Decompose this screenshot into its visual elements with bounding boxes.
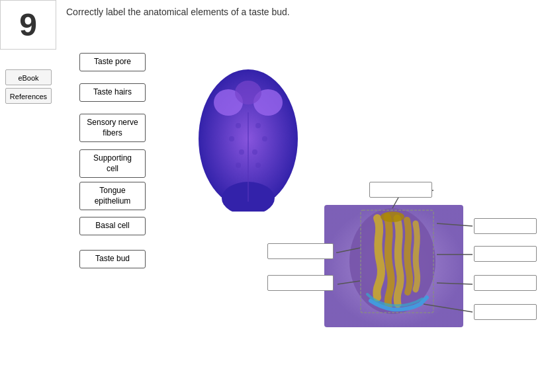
svg-line-22 <box>437 283 473 284</box>
drop-zone-right-4[interactable] <box>474 304 537 320</box>
svg-point-8 <box>229 136 234 141</box>
svg-line-23 <box>424 304 473 312</box>
svg-rect-14 <box>324 205 463 327</box>
references-button[interactable]: References <box>5 88 52 104</box>
question-number: 9 <box>0 0 56 50</box>
svg-point-6 <box>236 123 241 128</box>
question-text: Correctly label the anatomical elements … <box>66 7 290 17</box>
taste-hairs-button[interactable]: Taste hairs <box>79 83 146 102</box>
taste-bud-button[interactable]: Taste bud <box>79 250 146 268</box>
ebook-button[interactable]: eBook <box>5 69 52 85</box>
basal-cell-button[interactable]: Basal cell <box>79 217 146 235</box>
svg-point-12 <box>236 163 241 168</box>
svg-rect-17 <box>361 210 433 313</box>
svg-point-10 <box>239 149 244 155</box>
tongue-image <box>189 59 308 212</box>
svg-point-13 <box>255 163 261 168</box>
svg-point-11 <box>252 149 257 155</box>
tongue-epithelium-button[interactable]: Tongueepithelium <box>79 182 146 210</box>
drop-zone-right-3[interactable] <box>474 275 537 291</box>
drop-zone-right-1[interactable] <box>474 218 537 234</box>
svg-point-4 <box>235 81 261 104</box>
svg-point-9 <box>262 136 267 141</box>
svg-line-26 <box>338 281 360 284</box>
svg-point-16 <box>381 212 404 222</box>
svg-point-7 <box>255 123 261 128</box>
taste-pore-button[interactable]: Taste pore <box>79 53 146 71</box>
drop-zone-left-2[interactable] <box>267 275 334 291</box>
drop-zone-right-2[interactable] <box>474 246 537 262</box>
svg-line-20 <box>437 223 473 226</box>
svg-line-24 <box>338 248 360 253</box>
svg-point-15 <box>349 208 435 314</box>
supporting-cell-button[interactable]: Supportingcell <box>79 149 146 178</box>
drop-zone-top[interactable] <box>369 182 432 198</box>
drop-zone-left-1[interactable] <box>267 243 334 259</box>
sensory-nerve-fibers-button[interactable]: Sensory nervefibers <box>79 114 146 142</box>
